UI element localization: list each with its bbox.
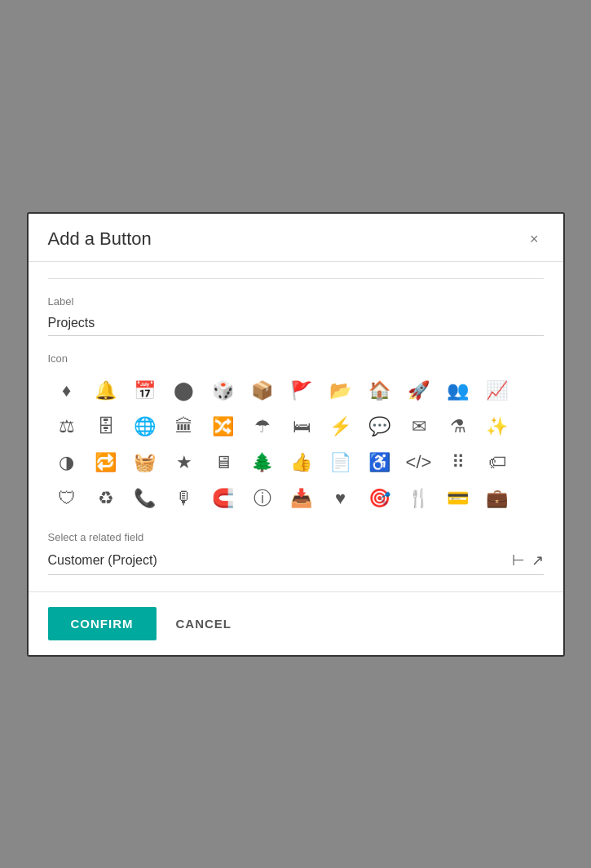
related-field-value: Customer (Project) [48,553,512,568]
lightning-icon[interactable]: ⚡ [322,410,359,443]
monitor-icon[interactable]: 🖥 [205,446,242,479]
refresh-icon[interactable]: 🔁 [87,446,125,479]
dialog-backdrop: Add a Button × Label Icon ♦🔔📅⬤🎲📦🚩📂🏠🚀👥📈⚖🗄… [27,212,565,657]
dialog-header: Add a Button × [29,214,563,262]
branch-icon: ⊢ [512,551,525,569]
rocket-icon[interactable]: 🚀 [400,374,438,407]
home-icon[interactable]: 🏠 [361,374,399,407]
pie-chart-icon[interactable]: ◑ [48,446,86,479]
folder-icon[interactable]: 📂 [322,374,359,407]
cancel-button[interactable]: CANCEL [173,607,236,640]
globe-icon[interactable]: 🌐 [126,410,164,443]
bank-icon[interactable]: 🏛 [165,410,203,443]
magnet-icon[interactable]: 🧲 [205,482,242,515]
icon-grid: ♦🔔📅⬤🎲📦🚩📂🏠🚀👥📈⚖🗄🌐🏛🔀☂🛏⚡💬✉⚗✨◑🔁🧺★🖥🌲👍📄♿</>⠿🏷🛡♻… [48,374,544,515]
label-field-label: Label [48,295,544,308]
info-icon[interactable]: ⓘ [244,482,281,515]
heart-icon[interactable]: ♥ [322,482,359,515]
umbrella-icon[interactable]: ☂ [244,410,281,443]
database-icon[interactable]: 🗄 [87,410,125,443]
dialog-footer: CONFIRM CANCEL [29,591,563,655]
mic-icon[interactable]: 🎙 [165,482,203,515]
code-icon[interactable]: </> [400,446,438,479]
calendar-icon[interactable]: 📅 [126,374,164,407]
recycle-icon[interactable]: ♻ [87,482,125,515]
star-icon[interactable]: ★ [165,446,203,479]
related-field-row[interactable]: Customer (Project) ⊢ ↗ [48,548,544,575]
close-button[interactable]: × [525,230,544,248]
confirm-button[interactable]: CONFIRM [48,607,157,640]
related-field-label: Select a related field [48,531,544,543]
boxes-icon[interactable]: 📦 [244,374,281,407]
label-input[interactable] [48,312,544,336]
dialog-title: Add a Button [48,228,152,250]
credit-card-icon[interactable]: 💳 [439,482,477,515]
bell-icon[interactable]: 🔔 [87,374,125,407]
accessible-icon[interactable]: ♿ [361,446,399,479]
dialog-body: Label Icon ♦🔔📅⬤🎲📦🚩📂🏠🚀👥📈⚖🗄🌐🏛🔀☂🛏⚡💬✉⚗✨◑🔁🧺★🖥… [29,262,563,591]
divider [48,278,544,279]
bed-icon[interactable]: 🛏 [283,410,320,443]
org-icon[interactable]: 👥 [439,374,477,407]
diamond-icon[interactable]: ♦ [48,374,86,407]
target-icon[interactable]: 🎯 [361,482,399,515]
add-button-dialog: Add a Button × Label Icon ♦🔔📅⬤🎲📦🚩📂🏠🚀👥📈⚖🗄… [27,212,565,657]
chat-icon[interactable]: 💬 [361,410,399,443]
document-icon[interactable]: 📄 [322,446,359,479]
external-link-icon: ↗ [531,551,544,569]
dots-icon[interactable]: ⠿ [439,446,477,479]
select-icons: ⊢ ↗ [512,551,544,569]
tree-icon[interactable]: 🌲 [244,446,281,479]
icon-section-label: Icon [48,352,544,365]
briefcase-icon[interactable]: 💼 [479,482,516,515]
shield-icon[interactable]: 🛡 [48,482,86,515]
circle-icon[interactable]: ⬤ [165,374,203,407]
flask-icon[interactable]: ⚗ [439,410,477,443]
wand-icon[interactable]: ✨ [479,410,516,443]
shuffle-icon[interactable]: 🔀 [205,410,242,443]
cube-icon[interactable]: 🎲 [205,374,242,407]
tag-icon[interactable]: 🏷 [479,446,516,479]
balance-icon[interactable]: ⚖ [48,410,86,443]
basket-icon[interactable]: 🧺 [126,446,164,479]
mail-icon[interactable]: ✉ [400,410,438,443]
utensils-icon[interactable]: 🍴 [400,482,438,515]
thumbsup-icon[interactable]: 👍 [283,446,320,479]
flag-icon[interactable]: 🚩 [283,374,320,407]
chart-icon[interactable]: 📈 [479,374,516,407]
phone-icon[interactable]: 📞 [126,482,164,515]
inbox-icon[interactable]: 📥 [283,482,320,515]
